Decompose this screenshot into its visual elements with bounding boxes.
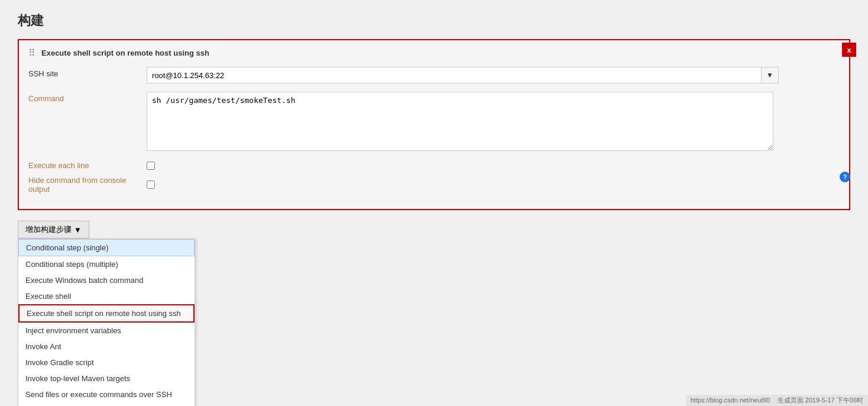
close-button[interactable]: x bbox=[842, 43, 856, 57]
dropdown-item-set-build-status[interactable]: Set build status to "pending" on GitHub … bbox=[18, 402, 195, 406]
drag-handle-icon: ⠿ bbox=[28, 47, 38, 59]
page-container: 构建 ⠿ Execute shell script on remote host… bbox=[0, 0, 868, 406]
dropdown-item-conditional-multiple[interactable]: Conditional steps (multiple) bbox=[18, 256, 195, 272]
hide-command-checkbox[interactable] bbox=[147, 181, 155, 189]
page-title: 构建 bbox=[18, 12, 850, 30]
hide-command-row: Hide command from console output bbox=[28, 176, 840, 194]
build-step-title: Execute shell script on remote host usin… bbox=[41, 49, 209, 57]
dropdown-menu: Conditional step (single) Conditional st… bbox=[18, 239, 195, 406]
command-row: Command sh /usr/games/test/smokeTest.sh bbox=[28, 92, 840, 153]
help-icon[interactable]: ? bbox=[840, 172, 850, 182]
status-url: https://blog.csdn.net/neu8l0 bbox=[691, 397, 770, 404]
command-label: Command bbox=[28, 92, 147, 103]
ssh-site-dropdown-arrow[interactable]: ▼ bbox=[762, 67, 779, 83]
build-step-card: ⠿ Execute shell script on remote host us… bbox=[18, 39, 850, 210]
status-generated: 生成页面 2019-5-17 下午06时 bbox=[778, 397, 864, 404]
dropdown-item-inject-env[interactable]: Inject environment variables bbox=[18, 323, 195, 339]
ssh-site-input[interactable] bbox=[147, 67, 762, 83]
dropdown-item-execute-shell[interactable]: Execute shell bbox=[18, 288, 195, 304]
dropdown-item-send-files-ssh[interactable]: Send files or execute commands over SSH bbox=[18, 386, 195, 402]
dropdown-item-invoke-gradle[interactable]: Invoke Gradle script bbox=[18, 355, 195, 370]
execute-each-line-row: Execute each line bbox=[28, 161, 840, 170]
status-bar: https://blog.csdn.net/neu8l0 生成页面 2019-5… bbox=[686, 395, 868, 406]
command-textarea[interactable]: sh /usr/games/test/smokeTest.sh bbox=[147, 92, 773, 151]
ssh-site-control: ▼ bbox=[147, 67, 840, 83]
hide-command-label: Hide command from console output bbox=[28, 176, 147, 194]
dropdown-item-invoke-ant[interactable]: Invoke Ant bbox=[18, 339, 195, 355]
help-icon-wrap: ? bbox=[840, 172, 850, 182]
add-step-button[interactable]: 增加构建步骤 ▼ bbox=[18, 221, 89, 239]
dropdown-item-invoke-maven[interactable]: Invoke top-level Maven targets bbox=[18, 370, 195, 386]
add-step-arrow: ▼ bbox=[74, 225, 82, 234]
ssh-site-row: SSH site ▼ bbox=[28, 67, 840, 83]
command-control: sh /usr/games/test/smokeTest.sh bbox=[147, 92, 840, 153]
ssh-site-label: SSH site bbox=[28, 67, 147, 78]
dropdown-item-ssh-script[interactable]: Execute shell script on remote host usin… bbox=[18, 304, 195, 323]
dropdown-item-windows-batch[interactable]: Execute Windows batch command bbox=[18, 272, 195, 288]
add-step-btn-wrap: 增加构建步骤 ▼ Conditional step (single) Condi… bbox=[18, 221, 850, 239]
add-step-label: 增加构建步骤 bbox=[25, 224, 72, 235]
execute-each-line-label: Execute each line bbox=[28, 161, 147, 170]
execute-each-line-checkbox[interactable] bbox=[147, 162, 155, 170]
dropdown-item-conditional-single[interactable]: Conditional step (single) bbox=[18, 239, 195, 256]
build-step-header: ⠿ Execute shell script on remote host us… bbox=[28, 47, 840, 59]
